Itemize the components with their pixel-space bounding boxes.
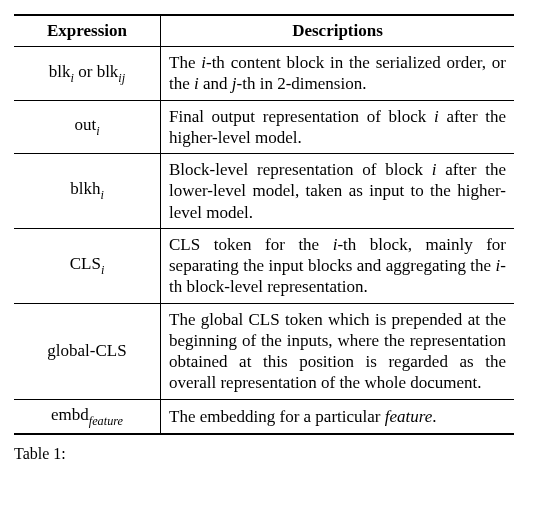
cell-expression: CLSi: [14, 228, 161, 303]
cell-expression: outi: [14, 100, 161, 154]
notation-table: Expression Descriptions blki or blkijThe…: [14, 14, 514, 435]
cell-expression: blkhi: [14, 154, 161, 229]
cell-expression: embdfeature: [14, 399, 161, 434]
cell-expression: global-CLS: [14, 303, 161, 399]
table-row: embdfeatureThe embedding for a particula…: [14, 399, 514, 434]
cell-expression: blki or blkij: [14, 47, 161, 101]
table-caption: Table 1:: [14, 445, 520, 463]
table-body: blki or blkijThe i-th content block in t…: [14, 47, 514, 434]
cell-description: Final output representation of block i a…: [161, 100, 515, 154]
header-expression: Expression: [14, 15, 161, 47]
cell-description: The global CLS token which is prepended …: [161, 303, 515, 399]
cell-description: CLS token for the i-th block, mainly for…: [161, 228, 515, 303]
table-row: global-CLSThe global CLS token which is …: [14, 303, 514, 399]
cell-description: The embedding for a particular feature.: [161, 399, 515, 434]
table-header-row: Expression Descriptions: [14, 15, 514, 47]
cell-description: Block-level representation of block i af…: [161, 154, 515, 229]
table-row: CLSiCLS token for the i-th block, mainly…: [14, 228, 514, 303]
header-descriptions: Descriptions: [161, 15, 515, 47]
table-row: blkhiBlock-level representation of block…: [14, 154, 514, 229]
cell-description: The i-th content block in the serialized…: [161, 47, 515, 101]
table-row: blki or blkijThe i-th content block in t…: [14, 47, 514, 101]
table-row: outiFinal output representation of block…: [14, 100, 514, 154]
